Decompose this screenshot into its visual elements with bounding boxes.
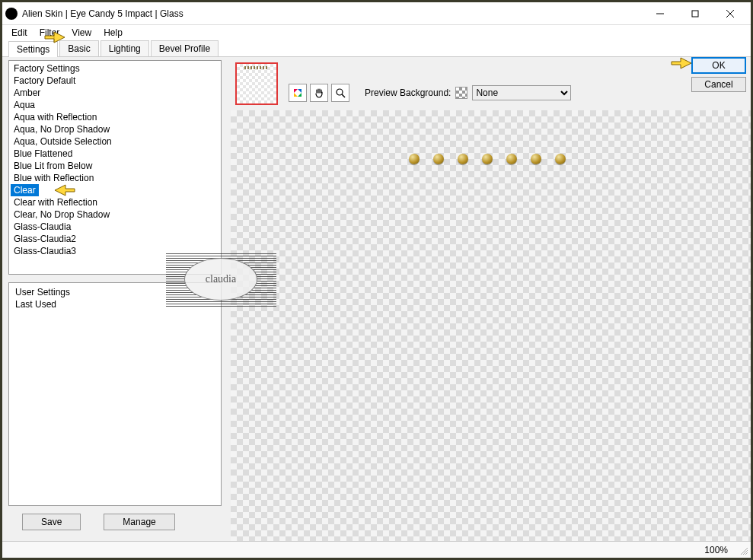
preview-artwork [555, 154, 566, 164]
app-icon [5, 8, 18, 20]
svg-rect-1 [692, 11, 698, 17]
preset-item[interactable]: Blue Flattened [11, 148, 219, 160]
close-button[interactable] [713, 3, 748, 24]
left-panel: Factory Settings Factory Default Amber A… [2, 57, 231, 541]
preview-artwork [458, 154, 468, 164]
svg-marker-5 [298, 89, 302, 93]
minimize-button[interactable] [643, 3, 678, 24]
preview-bg-select[interactable]: None [472, 85, 571, 100]
ok-button[interactable]: OK [691, 57, 746, 74]
menu-bar: Edit Filter View Help [2, 25, 751, 40]
menu-filter[interactable]: Filter [34, 26, 66, 40]
save-button[interactable]: Save [22, 514, 81, 530]
svg-point-8 [337, 89, 343, 95]
preset-item[interactable]: Blue Lit from Below [11, 160, 219, 172]
right-panel: Preview Background: None OK Cancel [231, 57, 751, 541]
preset-item[interactable]: Aqua, Outside Selection [11, 135, 219, 148]
menu-help[interactable]: Help [97, 26, 129, 40]
user-settings-header: User Settings [12, 286, 218, 298]
manage-button[interactable]: Manage [104, 514, 174, 530]
tab-lighting[interactable]: Lighting [101, 40, 149, 56]
preview-bg-swatch[interactable] [455, 87, 467, 99]
user-settings-item[interactable]: Last Used [12, 298, 218, 310]
preview-artwork [433, 154, 444, 164]
color-picker-tool[interactable] [289, 84, 307, 102]
zoom-magnifier-tool[interactable] [331, 84, 349, 102]
maximize-button[interactable] [678, 3, 713, 24]
pan-hand-tool[interactable] [310, 84, 328, 102]
preview-toolbar: Preview Background: None OK Cancel [231, 57, 751, 110]
tutorial-pointer-icon [670, 55, 693, 72]
preview-artwork [531, 154, 541, 164]
dialog-action-buttons: OK Cancel [691, 57, 746, 92]
preset-item[interactable]: Aqua with Reflection [11, 111, 219, 123]
preset-item-selected[interactable]: Clear [11, 184, 39, 196]
factory-settings-header: Factory Settings [11, 62, 219, 75]
preset-item[interactable]: Aqua, No Drop Shadow [11, 123, 219, 135]
status-bar: 100% [2, 541, 751, 558]
preset-item[interactable]: Amber [11, 87, 219, 99]
main-area: Factory Settings Factory Default Amber A… [2, 57, 751, 541]
cancel-button[interactable]: Cancel [691, 77, 746, 92]
preview-bg-label: Preview Background: [365, 88, 451, 98]
svg-line-9 [342, 94, 345, 97]
tab-settings[interactable]: Settings [8, 41, 58, 57]
preset-item[interactable]: Glass-Claudia [11, 221, 219, 233]
preset-item[interactable]: Factory Default [11, 75, 219, 87]
tab-basic[interactable]: Basic [59, 40, 98, 56]
title-bar: Alien Skin | Eye Candy 5 Impact | Glass [2, 2, 751, 25]
menu-edit[interactable]: Edit [5, 26, 34, 40]
menu-view[interactable]: View [65, 26, 97, 40]
tutorial-pointer-icon [53, 182, 76, 199]
user-settings-list[interactable]: User Settings Last Used [8, 282, 222, 506]
preview-artwork [506, 154, 517, 164]
factory-settings-list[interactable]: Factory Settings Factory Default Amber A… [8, 60, 222, 275]
preset-item[interactable]: Glass-Claudia3 [11, 245, 219, 257]
preset-item[interactable]: Blue with Reflection [11, 172, 219, 184]
svg-marker-4 [294, 89, 298, 93]
preset-item[interactable]: Clear, No Drop Shadow [11, 208, 219, 221]
preview-bg-row: Preview Background: None [365, 85, 571, 100]
preset-item[interactable]: Aqua [11, 99, 219, 111]
preview-canvas[interactable] [231, 110, 751, 541]
preset-item[interactable]: Glass-Claudia2 [11, 233, 219, 245]
tab-bar: Settings Basic Lighting Bevel Profile [2, 40, 751, 57]
preset-item[interactable]: Clear with Reflection [11, 196, 219, 208]
zoom-level: 100% [704, 545, 728, 555]
svg-marker-6 [298, 93, 302, 97]
preview-navigator[interactable] [235, 62, 278, 105]
preview-tool-group [289, 84, 349, 102]
svg-marker-7 [294, 93, 298, 97]
window-controls [643, 3, 748, 24]
window-title: Alien Skin | Eye Candy 5 Impact | Glass [22, 8, 643, 19]
preset-action-row: Save Manage [8, 506, 225, 538]
preview-artwork [482, 154, 493, 164]
preview-artwork [409, 154, 420, 164]
tab-bevel-profile[interactable]: Bevel Profile [151, 40, 219, 56]
